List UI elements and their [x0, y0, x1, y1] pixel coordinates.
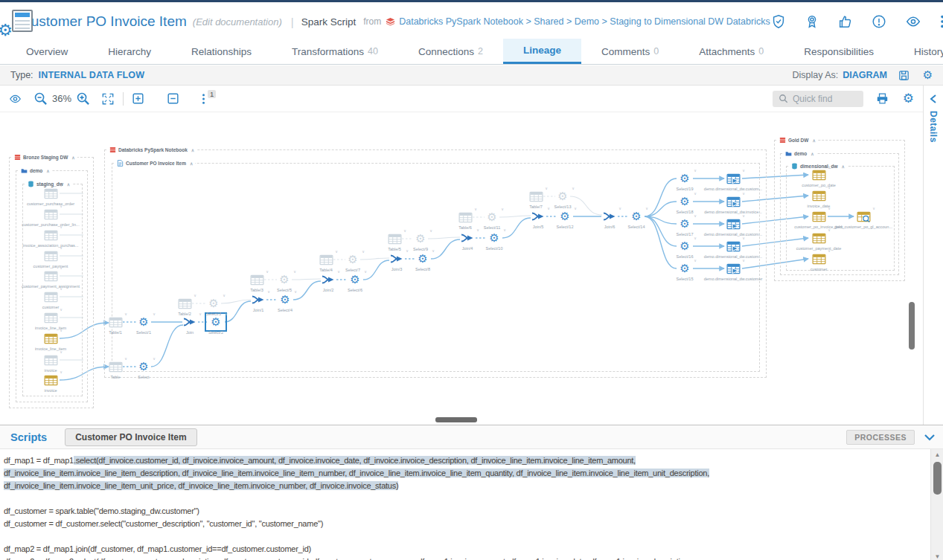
node-select-5[interactable]: ⚙∨Select/5 [275, 272, 293, 287]
collapse-caret-icon[interactable]: ∧ [190, 161, 193, 166]
quick-find-input[interactable] [793, 94, 855, 104]
zoom-in-icon[interactable] [76, 91, 90, 106]
node-join[interactable]: ∨Join [181, 315, 199, 329]
code-scrollbar-thumb[interactable] [933, 462, 942, 495]
tab-lineage[interactable]: Lineage [503, 39, 581, 64]
node-customer-po-date[interactable]: ∨customer_po_date [810, 167, 828, 182]
node-customer-payment-date[interactable]: ∨customer_payment_date [810, 231, 828, 245]
collapse-caret-icon[interactable]: ∧ [191, 147, 194, 152]
node-table-5[interactable]: ∨Table/5 [386, 231, 403, 246]
tab-comments[interactable]: Comments0 [581, 39, 679, 64]
quick-find[interactable] [773, 91, 863, 107]
edit-documentation-link[interactable]: (Edit documentation) [193, 16, 282, 28]
node-select[interactable]: ⚙∨Select [135, 359, 153, 374]
node-customer[interactable]: ∨customer [810, 251, 828, 266]
node-select-19[interactable]: ⚙∨Select/19 [676, 171, 694, 186]
node-demo-dimensional-dw-invoice[interactable]: ∨demo.dimensional_dw.invoice... [724, 194, 742, 209]
scroll-up-arrow-icon[interactable]: ▲ [931, 449, 943, 460]
node-select-16[interactable]: ⚙∨Select/16 [676, 239, 694, 254]
display-as-value[interactable]: DIAGRAM [843, 70, 887, 80]
collapse-caret-icon[interactable]: ∧ [46, 168, 49, 173]
tab-responsibilities[interactable]: Responsibilities [784, 39, 894, 64]
collapse-caret-icon[interactable]: ∧ [812, 138, 815, 143]
diagram-settings-gear-icon[interactable]: ⚙ [901, 91, 915, 106]
node-join-3[interactable]: ∨Join/3 [388, 251, 406, 266]
canvas-horizontal-scrollbar-thumb[interactable] [435, 417, 477, 422]
code-scrollbar[interactable]: ▲ ▼ [930, 449, 943, 560]
node-join-4[interactable]: ∨Join/4 [458, 231, 476, 245]
script-code-area[interactable]: df_map1 = df_map1.select(df_invoice.cust… [0, 449, 930, 560]
processes-button[interactable]: PROCESSES [846, 430, 915, 445]
tab-transformations[interactable]: Transformations40 [272, 39, 398, 64]
node-select-10[interactable]: ⚙∨Select/10 [485, 231, 503, 245]
node-select-11[interactable]: ⚙∨Select/11 [483, 210, 501, 225]
node-select-15[interactable]: ⚙∨Select/15 [676, 261, 694, 276]
details-rail[interactable]: Details [923, 86, 943, 425]
collapse-caret-icon[interactable]: ∧ [67, 181, 70, 187]
node-select-12[interactable]: ⚙∨Select/12 [556, 209, 574, 224]
node-invoice[interactable]: ∨invoice [42, 373, 60, 387]
alert-circle-icon[interactable] [871, 13, 887, 30]
tab-attachments[interactable]: Attachments0 [679, 39, 784, 64]
tab-hierarchy[interactable]: Hierarchy [88, 39, 171, 64]
node-join-1[interactable]: ∨Join/1 [249, 292, 267, 307]
watch-eye-icon[interactable] [904, 13, 922, 30]
node-customer-payment-assignment[interactable]: ∨customer_payment_assignment [42, 268, 60, 283]
node-customer-payment[interactable]: ∨customer_payment [42, 248, 60, 263]
tab-history[interactable]: History0 [894, 39, 943, 64]
node-table-1[interactable]: ∨Table/1 [106, 315, 124, 329]
node-invoice-association-purchas[interactable]: ∨invoice_association_purchas... [42, 228, 60, 242]
type-value[interactable]: INTERNAL DATA FLOW [39, 70, 145, 80]
node-select-8[interactable]: ⚙∨Select/8 [414, 251, 432, 266]
more-tools-kebab-icon[interactable] [201, 92, 206, 106]
node-select-14[interactable]: ⚙∨Select/14 [627, 209, 645, 224]
node-select-3[interactable]: ⚙∨Select/3 [205, 296, 223, 311]
node-table-7[interactable]: ∨Table/7 [527, 189, 545, 204]
node-select-4[interactable]: ⚙∨Select/4 [276, 292, 294, 307]
node-join-6[interactable]: ∨Join/6 [601, 209, 618, 224]
node-table-2[interactable]: ∨Table/2 [176, 296, 194, 311]
save-icon[interactable] [898, 69, 910, 82]
node-invoice-line-item[interactable]: ∨invoice_line_item [42, 331, 60, 346]
thumbs-up-icon[interactable] [837, 13, 854, 30]
tab-connections[interactable]: Connections2 [398, 39, 503, 64]
print-icon[interactable] [875, 91, 889, 106]
collapse-details-chevron-icon[interactable] [930, 94, 937, 103]
node-select-6[interactable]: ⚙∨Select/6 [346, 272, 364, 287]
node-select-2[interactable]: ⚙∨Select/2 [207, 315, 225, 329]
node-customer-po-invoice-item[interactable]: ∨customer_po_invoice_item [810, 209, 828, 224]
node-select-18[interactable]: ⚙∨Select/18 [676, 194, 694, 209]
node-customer-purchase-order-lin[interactable]: ∨customer_purchase_order_lin... [42, 207, 60, 222]
node-join-2[interactable]: ∨Join/2 [319, 272, 337, 287]
node-table[interactable]: ∨Table [106, 359, 124, 374]
node-select-17[interactable]: ⚙∨Select/17 [676, 216, 694, 231]
node-customer[interactable]: ∨customer [42, 289, 60, 304]
tab-relationships[interactable]: Relationships [171, 39, 272, 64]
zoom-level[interactable]: 36% [52, 93, 71, 104]
node-select-9[interactable]: ⚙∨Select/9 [412, 231, 429, 246]
preview-eye-icon[interactable] [7, 92, 23, 106]
zoom-out-icon[interactable] [33, 91, 48, 106]
node-table-6[interactable]: ∨Table/6 [456, 210, 474, 225]
kebab-menu-icon[interactable] [939, 13, 943, 30]
node-demo-dimensional-dw-custom[interactable]: ∨demo.dimensional_dw.custom... [724, 171, 742, 186]
container-dimensional-dw[interactable]: dimensional_dw∧ [786, 166, 895, 271]
tab-overview[interactable]: Overview [6, 39, 88, 64]
node-table-3[interactable]: ∨Table/3 [248, 272, 266, 287]
collapse-caret-icon[interactable]: ∧ [811, 151, 813, 156]
canvas-vertical-scrollbar-thumb[interactable] [909, 302, 915, 350]
node-join-5[interactable]: ∨Join/5 [529, 209, 547, 224]
script-tab[interactable]: Customer PO Invoice Item [65, 428, 196, 446]
node-demo-dimensional-dw-customer[interactable]: ∨demo.dimensional_dw.customer [724, 261, 742, 276]
collapse-caret-icon[interactable]: ∧ [842, 164, 845, 169]
node-select-7[interactable]: ⚙∨Select/7 [344, 252, 362, 267]
node-invoice[interactable]: ∨invoice [42, 353, 60, 367]
breadcrumb[interactable]: Databricks PySpark Notebook > Shared > D… [386, 16, 770, 27]
node-gold-customer-po-gl-accoun[interactable]: ∨gold_customer_po_gl_accoun... [854, 209, 872, 224]
certification-award-icon[interactable] [804, 13, 820, 30]
node-invoice-date[interactable]: ∨invoice_date [810, 188, 828, 203]
node-select-13[interactable]: ⚙∨Select/13 [554, 189, 572, 204]
fit-to-screen-icon[interactable] [100, 91, 115, 106]
node-demo-dimensional-dw-custom[interactable]: ∨demo.dimensional_dw.custom... [724, 216, 742, 231]
collapse-panel-chevron-icon[interactable] [924, 432, 936, 442]
